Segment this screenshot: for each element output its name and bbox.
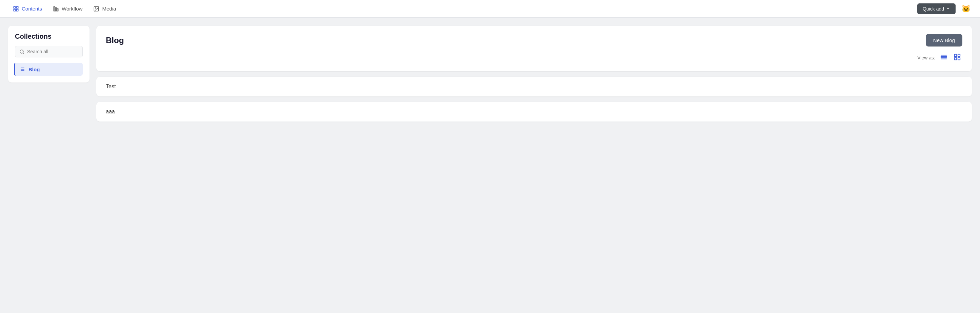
top-navigation: Contents Workflow Media	[0, 0, 980, 18]
tab-media[interactable]: Media	[89, 3, 121, 14]
blog-header-top: Blog New Blog	[106, 34, 963, 46]
view-as-label: View as:	[917, 55, 935, 61]
svg-line-10	[23, 53, 24, 54]
media-icon	[93, 6, 99, 12]
tab-contents[interactable]: Contents	[8, 3, 47, 14]
workflow-icon	[53, 6, 59, 12]
svg-rect-3	[17, 9, 18, 11]
quick-add-label: Quick add	[923, 6, 944, 11]
list-item-test-text: Test	[106, 83, 116, 89]
sidebar: Collections Blog	[8, 26, 89, 83]
list-item-aaa[interactable]: aaa	[96, 102, 972, 121]
svg-rect-2	[14, 9, 15, 11]
nav-right: Quick add 🐱	[917, 3, 972, 15]
quick-add-button[interactable]: Quick add	[917, 3, 956, 14]
list-item-test[interactable]: Test	[96, 77, 972, 96]
svg-rect-4	[54, 6, 55, 11]
view-as-row: View as:	[106, 52, 963, 63]
svg-rect-22	[958, 54, 960, 56]
sidebar-item-blog[interactable]: Blog	[14, 63, 83, 76]
svg-rect-5	[56, 8, 57, 11]
svg-rect-23	[955, 58, 956, 60]
chevron-down-icon	[946, 6, 950, 11]
avatar[interactable]: 🐱	[960, 3, 972, 15]
list-item-aaa-text: aaa	[106, 109, 115, 114]
grid-view-button[interactable]	[952, 52, 963, 63]
svg-rect-24	[958, 58, 960, 60]
list-view-button[interactable]	[939, 52, 949, 63]
search-input[interactable]	[27, 49, 78, 54]
main-layout: Collections Blog	[0, 18, 980, 313]
new-blog-button[interactable]: New Blog	[926, 34, 963, 46]
blog-icon	[19, 66, 25, 72]
tab-contents-label: Contents	[22, 6, 42, 11]
avatar-emoji: 🐱	[961, 5, 970, 13]
contents-icon	[13, 6, 19, 12]
content-area: Blog New Blog View as:	[96, 26, 972, 305]
svg-point-8	[95, 8, 96, 8]
svg-rect-21	[955, 54, 956, 56]
tab-workflow-label: Workflow	[62, 6, 83, 11]
svg-rect-0	[14, 6, 15, 8]
svg-rect-1	[17, 6, 18, 8]
search-box[interactable]	[15, 46, 83, 57]
nav-tabs: Contents Workflow Media	[8, 3, 917, 14]
search-icon	[19, 49, 24, 54]
blog-title: Blog	[106, 36, 124, 45]
tab-media-label: Media	[102, 6, 116, 11]
tab-workflow[interactable]: Workflow	[48, 3, 87, 14]
collections-title: Collections	[15, 33, 83, 40]
svg-rect-6	[57, 8, 58, 11]
sidebar-item-blog-label: Blog	[29, 67, 40, 72]
list-view-icon	[940, 53, 947, 62]
grid-view-icon	[953, 53, 961, 62]
blog-header-card: Blog New Blog View as:	[96, 26, 972, 71]
